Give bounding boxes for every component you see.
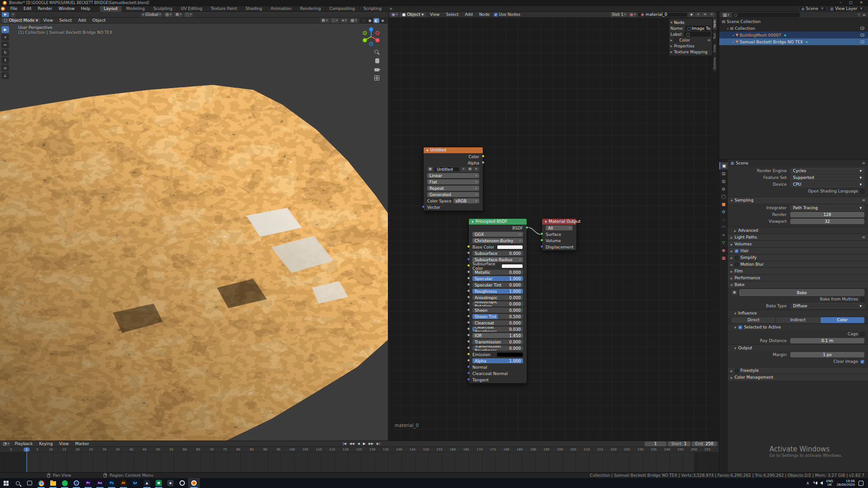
fake-user-button[interactable]: ◆: [689, 12, 694, 17]
clearcoat-slider[interactable]: Clearcoat0.000: [472, 320, 523, 325]
menu-keying[interactable]: Keying: [36, 441, 56, 447]
anisotropic-socket[interactable]: [467, 296, 470, 299]
editor-type-icon[interactable]: ◉▾: [390, 12, 399, 17]
panel-motion-blur[interactable]: ▶Motion Blur: [728, 261, 868, 267]
selected-to-active-header[interactable]: ▼✓ Selected to Active: [728, 324, 868, 330]
sidebar-tab-item[interactable]: Item: [713, 18, 717, 30]
outliner-filter-icon[interactable]: ▽: [858, 13, 861, 17]
outliner-row-samuel-beckett-bridge-no-tex[interactable]: ▸▼Samuel Beckett Bridge NO TEX◆: [719, 38, 868, 45]
sheen-slider[interactable]: Sheen0.000: [472, 308, 523, 313]
menu-edit[interactable]: Edit: [20, 6, 34, 11]
bsdf-anisotropic-row[interactable]: Anisotropic0.000: [469, 295, 527, 300]
tool-measure[interactable]: ∠: [1, 72, 9, 79]
influence-indirect[interactable]: Indirect: [776, 317, 820, 323]
current-frame-field[interactable]: 1: [645, 441, 666, 446]
tab-material[interactable]: ◉: [719, 247, 728, 254]
ior-slider[interactable]: IOR1.450: [472, 333, 523, 338]
image-texture-node[interactable]: ▼Untitled ColorAlpha ▦ Untitled +▤✕ Line…: [423, 147, 483, 211]
vector-input-row[interactable]: Vector: [424, 204, 483, 210]
view-layer-selector[interactable]: ▥View Layer✕: [828, 6, 865, 11]
metallic-slider[interactable]: Metallic0.000: [472, 270, 523, 275]
node-label-field[interactable]: ▢: [684, 32, 711, 37]
bsdf-transmission-row[interactable]: Transmission0.000: [469, 339, 527, 345]
bsdf-metallic-row[interactable]: Metallic0.000: [469, 269, 527, 275]
ior-socket[interactable]: [467, 333, 470, 337]
use-nodes-checkbox[interactable]: ✓: [494, 13, 498, 17]
obs-icon[interactable]: [176, 478, 188, 488]
image-datablock-row[interactable]: ▦ Untitled +▤✕: [424, 166, 483, 172]
target-row[interactable]: All▾: [542, 225, 576, 231]
tool-rotate[interactable]: ↻: [1, 49, 9, 56]
panel-freestyle[interactable]: ▶Freestyle: [728, 367, 868, 374]
transmission-slider[interactable]: Transmission0.000: [472, 339, 523, 344]
specular-slider[interactable]: Specular1.000: [472, 276, 523, 281]
motion-blur-checkbox[interactable]: [735, 263, 739, 267]
excel-icon[interactable]: ▦: [153, 478, 165, 488]
sidebar-tab-view[interactable]: View: [713, 42, 717, 55]
base-color-swatch[interactable]: [497, 245, 523, 249]
menu-view[interactable]: View: [427, 12, 443, 18]
illustrator-icon[interactable]: Ai: [118, 478, 129, 488]
device-select[interactable]: CPU▾: [790, 182, 864, 187]
image-texture-node-header[interactable]: ▼Untitled: [424, 147, 483, 153]
alpha-socket[interactable]: [467, 359, 470, 362]
timeline-track-area[interactable]: [0, 452, 719, 472]
tab-world[interactable]: ◯: [719, 193, 728, 200]
menu-window[interactable]: Window: [56, 6, 78, 11]
influence-color[interactable]: Color: [821, 317, 864, 323]
snap-magnet-icon[interactable]: ⋒▾: [321, 18, 329, 23]
viewport-samples-field[interactable]: 32: [790, 219, 864, 224]
hair-checkbox[interactable]: ✓: [735, 249, 739, 253]
workspace-tab-texture-paint[interactable]: Texture Paint: [207, 6, 241, 12]
gizmos-icon[interactable]: ⌖▾: [340, 18, 348, 23]
workspace-tab-shading[interactable]: Shading: [241, 6, 267, 12]
workspace-tab-scripting[interactable]: Scripting: [359, 6, 386, 12]
image-generated-dropdown[interactable]: Generated▾: [427, 192, 479, 197]
menu-node[interactable]: Node: [476, 12, 493, 18]
cage-checkbox[interactable]: [860, 332, 864, 336]
subsurface-radius-socket[interactable]: [467, 258, 470, 261]
render-engine-select[interactable]: Cycles▾: [790, 168, 864, 174]
clear-image-checkbox[interactable]: ✓: [860, 360, 864, 364]
menu-view[interactable]: View: [56, 441, 72, 447]
pan-hand-icon[interactable]: [374, 58, 380, 64]
menu-file[interactable]: File: [7, 6, 20, 11]
influence-direct[interactable]: Direct: [731, 317, 775, 323]
node-name-field[interactable]: ▢Image Texture: [685, 26, 711, 31]
visibility-eye-icon[interactable]: [860, 40, 864, 43]
integrator-select[interactable]: Path Tracing▾: [790, 205, 864, 211]
end-frame-field[interactable]: End250: [692, 441, 717, 446]
tab-render[interactable]: ▣: [719, 162, 728, 169]
start-frame-field[interactable]: Start1: [668, 441, 690, 446]
material-output-node[interactable]: ▼Material Output All▾ SurfaceVolumeDispl…: [542, 218, 577, 251]
menu-add[interactable]: Add: [75, 18, 89, 23]
shading-material-preview-icon[interactable]: ◐: [373, 18, 379, 23]
tool-scale[interactable]: ↕: [1, 57, 9, 64]
chrome-icon[interactable]: [35, 478, 47, 488]
image-repeat-dropdown[interactable]: Repeat▾: [427, 186, 479, 191]
bsdf-specular-row[interactable]: Specular1.000: [469, 276, 527, 282]
unlink-material-button[interactable]: ✕: [702, 12, 708, 17]
material-name-field[interactable]: ◉ material_0: [638, 12, 688, 17]
bsdf-anisotropic-rotation-row[interactable]: Anisotropic Rotation0.000: [469, 301, 527, 307]
blender-menu-icon[interactable]: [1, 7, 5, 11]
freestyle-checkbox[interactable]: [735, 369, 739, 373]
tab-output[interactable]: ▤: [719, 170, 728, 177]
volume-icon[interactable]: [820, 481, 823, 485]
node-canvas[interactable]: ▼Untitled ColorAlpha ▦ Untitled +▤✕ Line…: [388, 18, 717, 441]
prev-keyframe-button[interactable]: ◀◀: [348, 441, 356, 447]
panel-volumes[interactable]: ▶Volumes: [728, 240, 868, 247]
simplify-checkbox[interactable]: [735, 256, 739, 260]
tool-cursor[interactable]: +: [1, 34, 9, 41]
snap-magnet-icon[interactable]: ⋒▾: [174, 12, 183, 17]
subsurface-color-swatch[interactable]: [501, 264, 523, 268]
menu-select[interactable]: Select: [56, 18, 75, 23]
target-dropdown[interactable]: All▾: [546, 225, 573, 230]
specular-socket[interactable]: [467, 277, 470, 280]
influence-panel-header[interactable]: ▼Influence: [728, 310, 868, 316]
shader-type-dropdown[interactable]: ● Object ▾: [400, 12, 426, 17]
alpha-socket[interactable]: [481, 161, 485, 164]
bake-type-select[interactable]: Diffuse▾: [790, 303, 864, 309]
bsdf-node-header[interactable]: ▼Principled BSDF: [469, 219, 527, 225]
shading-rendered-icon[interactable]: ◉: [380, 18, 386, 23]
